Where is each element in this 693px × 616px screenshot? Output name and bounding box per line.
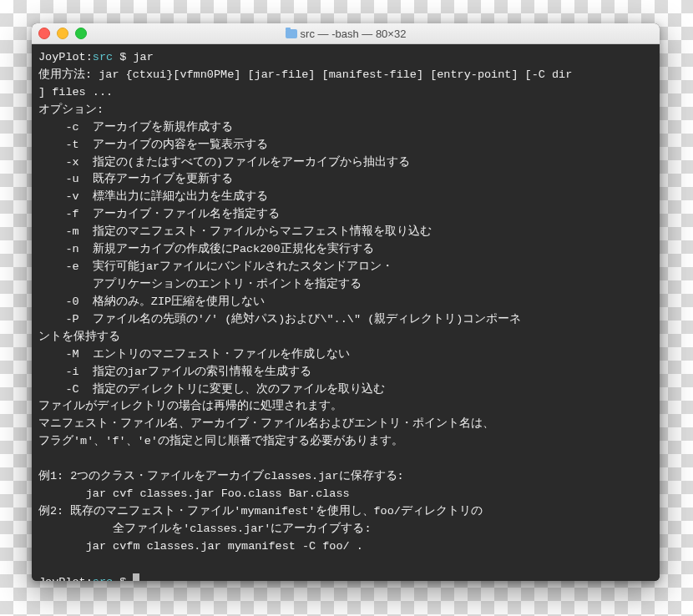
- output-line: -M エントリのマニフェスト・ファイルを作成しない: [38, 348, 350, 361]
- traffic-lights: [38, 28, 87, 39]
- output-line: フラグ'm'、'f'、'e'の指定と同じ順番で指定する必要があります。: [38, 435, 403, 447]
- folder-icon: [286, 29, 297, 38]
- terminal-body[interactable]: JoyPlot:src $ jar 使用方法: jar {ctxui}[vfmn…: [32, 44, 660, 581]
- prompt-dollar: $: [113, 576, 133, 581]
- output-line: jar cvf classes.jar Foo.class Bar.class: [38, 487, 350, 500]
- prompt-dir: src: [93, 51, 113, 63]
- output-line: オプション:: [38, 104, 104, 116]
- terminal-window: src — -bash — 80×32 JoyPlot:src $ jar 使用…: [32, 23, 660, 581]
- output-line: -u 既存アーカイブを更新する: [38, 173, 233, 185]
- output-line: ファイルがディレクトリの場合は再帰的に処理されます。: [38, 400, 342, 412]
- output-line: -m 指定のマニフェスト・ファイルからマニフェスト情報を取り込む: [38, 225, 432, 238]
- output-line: -e 実行可能jarファイルにバンドルされたスタンドアロン・: [38, 260, 393, 273]
- output-line: -P ファイル名の先頭の'/' (絶対パス)および\"..\" (親ディレクトリ…: [38, 313, 521, 326]
- output-line: -i 指定のjarファイルの索引情報を生成する: [38, 366, 311, 378]
- prompt-dollar: $: [113, 51, 133, 63]
- output-line: -n 新規アーカイブの作成後にPack200正規化を実行する: [38, 243, 374, 255]
- output-line: -C 指定のディレクトリに変更し、次のファイルを取り込む: [38, 383, 385, 396]
- output-line: マニフェスト・ファイル名、アーカイブ・ファイル名およびエントリ・ポイント名は、: [38, 417, 494, 430]
- output-line: -f アーカイブ・ファイル名を指定する: [38, 208, 280, 220]
- output-line: -v 標準出力に詳細な出力を生成する: [38, 190, 268, 203]
- titlebar: src — -bash — 80×32: [32, 23, 660, 44]
- output-line: 例1: 2つのクラス・ファイルをアーカイブclasses.jarに保存する:: [38, 470, 404, 482]
- output-line: アプリケーションのエントリ・ポイントを指定する: [38, 278, 362, 290]
- prompt-host: JoyPlot:: [38, 51, 93, 63]
- output-line: 全ファイルを'classes.jar'にアーカイブする:: [38, 523, 372, 535]
- window-title: src — -bash — 80×32: [32, 28, 660, 40]
- output-line: 使用方法: jar {ctxui}[vfmn0PMe] [jar-file] […: [38, 68, 572, 81]
- output-line: -x 指定の(またはすべての)ファイルをアーカイブから抽出する: [38, 156, 410, 169]
- prompt-host: JoyPlot:: [38, 576, 93, 581]
- command-1: jar: [133, 51, 153, 63]
- output-line: -t アーカイブの内容を一覧表示する: [38, 139, 268, 151]
- minimize-button[interactable]: [57, 28, 68, 39]
- output-line: ントを保持する: [38, 331, 120, 343]
- output-line: jar cvfm classes.jar mymanifest -C foo/ …: [38, 540, 363, 553]
- close-button[interactable]: [38, 28, 50, 39]
- output-line: -0 格納のみ。ZIP圧縮を使用しない: [38, 295, 265, 308]
- output-line: -c アーカイブを新規作成する: [38, 121, 233, 134]
- window-title-text: src — -bash — 80×32: [301, 28, 407, 40]
- prompt-dir: src: [93, 576, 113, 581]
- output-line: ] files ...: [38, 86, 113, 98]
- zoom-button[interactable]: [75, 28, 87, 39]
- cursor: [133, 573, 139, 581]
- output-line: 例2: 既存のマニフェスト・ファイル'mymanifest'を使用し、foo/デ…: [38, 505, 483, 518]
